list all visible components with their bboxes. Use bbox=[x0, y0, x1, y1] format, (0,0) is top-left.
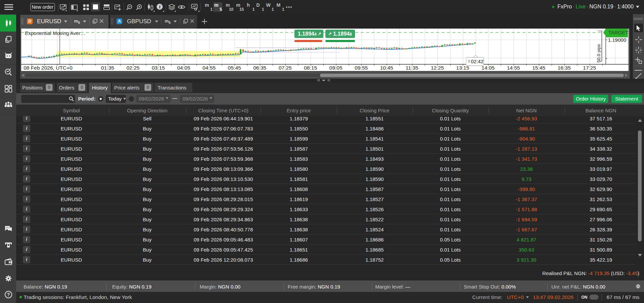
svg-text:08 Feb 2026, UTC+0: 08 Feb 2026, UTC+0 bbox=[24, 65, 73, 71]
svg-text:12:25: 12:25 bbox=[431, 65, 444, 71]
svg-text:04:55: 04:55 bbox=[202, 65, 216, 71]
svg-text:06:35: 06:35 bbox=[253, 65, 266, 71]
svg-text:01:35: 01:35 bbox=[101, 65, 114, 71]
svg-text:1.19000: 1.19000 bbox=[608, 37, 626, 43]
svg-text:1.18948: 1.18948 bbox=[333, 31, 352, 37]
svg-text:16:35: 16:35 bbox=[558, 65, 571, 71]
svg-text:11:35: 11:35 bbox=[406, 65, 418, 71]
svg-text:?: ? bbox=[7, 292, 10, 297]
svg-text:03:15: 03:15 bbox=[152, 65, 165, 71]
svg-text:TARGET: TARGET bbox=[608, 30, 629, 35]
svg-text:07:25: 07:25 bbox=[279, 65, 292, 71]
svg-text:09:55: 09:55 bbox=[355, 65, 368, 71]
svg-text:02:42: 02:42 bbox=[471, 59, 484, 64]
svg-text:Exponential Moving Aver…: Exponential Moving Aver… bbox=[25, 30, 86, 36]
svg-text:02:25: 02:25 bbox=[126, 65, 139, 71]
svg-text:↗: ↗ bbox=[328, 31, 332, 36]
svg-text:04:05: 04:05 bbox=[177, 65, 190, 71]
svg-text:15:45: 15:45 bbox=[532, 65, 545, 71]
svg-text:1.18944: 1.18944 bbox=[298, 31, 317, 37]
svg-text:50.0 pips: 50.0 pips bbox=[596, 44, 601, 63]
svg-text:f: f bbox=[159, 4, 161, 9]
svg-text:10:45: 10:45 bbox=[380, 65, 393, 71]
svg-text:09:05: 09:05 bbox=[329, 65, 343, 71]
svg-text:17:25: 17:25 bbox=[583, 65, 596, 71]
svg-text:↗: ↗ bbox=[318, 31, 321, 36]
svg-text:05:45: 05:45 bbox=[228, 65, 241, 71]
svg-text:14:55: 14:55 bbox=[507, 65, 520, 71]
svg-text:08:15: 08:15 bbox=[304, 65, 317, 71]
